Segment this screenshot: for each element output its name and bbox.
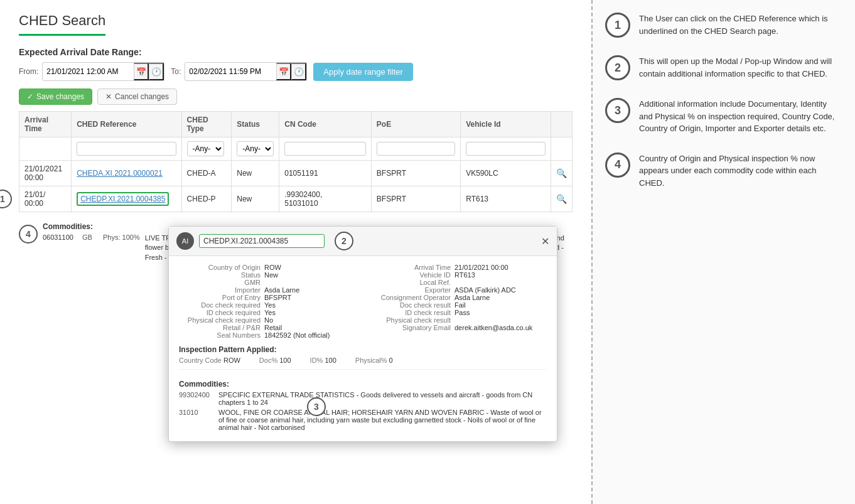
save-changes-button[interactable]: ✓ Save changes (19, 88, 92, 105)
row-search-button-1[interactable]: 🔍 (556, 168, 567, 178)
filter-cn-code (279, 137, 372, 161)
insp-doc-value: 100 (279, 357, 291, 364)
status-filter-select[interactable]: -Any- (237, 141, 274, 156)
times-icon: ✕ (105, 92, 112, 101)
filter-vehicle-id (461, 137, 551, 161)
cn-code-filter-input[interactable] (284, 142, 366, 156)
ched-ref-filter-input[interactable] (77, 142, 176, 156)
modal-id-req-label: ID check required (179, 309, 261, 316)
action-bar: ✓ Save changes ✕ Cancel changes (19, 88, 573, 105)
modal-doc-req-value: Yes (264, 301, 276, 309)
insp-phys: Physical% 0 (355, 357, 393, 364)
modal-exporter-label: Exporter (369, 286, 451, 294)
filter-arrival-time (19, 137, 72, 161)
cancel-changes-button[interactable]: ✕ Cancel changes (97, 88, 177, 105)
annotation-3-container: 3 (307, 397, 326, 416)
from-date-input[interactable] (43, 64, 134, 79)
modal-gmr-label: GMR (179, 279, 261, 286)
modal-consignment-value: Asda Larne (454, 294, 490, 301)
ched-ref-link-2[interactable]: CHEDP.XI.2021.0004385 (77, 192, 169, 206)
table-filter-row: -Any- -Any- (19, 137, 573, 161)
insp-id-value: 100 (325, 357, 336, 364)
modal-row-doc-req: Doc check required Yes (179, 301, 357, 309)
annotation-3-circle: 3 (307, 397, 326, 416)
filter-empty (551, 137, 572, 161)
instruction-item-1: 1 The User can click on the CHED Referen… (605, 13, 842, 38)
th-ched-type: CHED Type (181, 112, 232, 137)
th-poe: PoE (371, 112, 460, 137)
instruction-item-2: 2 This will open up the Modal / Pop-up W… (605, 55, 842, 80)
modal-seal-label: Seal Numbers (179, 331, 261, 339)
modal-row-id-result: ID check result Pass (369, 309, 547, 316)
modal-row-id-req: ID check required Yes (179, 309, 357, 316)
ched-type-filter-select[interactable]: -Any- (187, 141, 224, 156)
th-status: Status (232, 112, 279, 137)
commodity-code: 06031100 (43, 233, 77, 262)
date-range-section: Expected Arrival Date Range: From: 📅 🕐 T… (19, 47, 573, 81)
modal-ref-input[interactable] (199, 234, 325, 248)
modal-row-phys-result: Physical check result (369, 316, 547, 324)
cell-vehicle-id-1: VK590LC (461, 161, 551, 186)
cell-status-1: New (232, 161, 279, 186)
poe-filter-input[interactable] (377, 142, 455, 156)
table-row: 21/01/202100:00 CHEDA.XI.2021.0000021 CH… (19, 161, 573, 186)
th-actions (551, 112, 572, 137)
from-field-group: From: 📅 🕐 (19, 62, 164, 81)
modal-phys-req-label: Physical check required (179, 316, 261, 324)
checkmark-icon: ✓ (27, 92, 33, 101)
modal-row-exporter: Exporter ASDA (Falkirk) ADC (369, 286, 547, 294)
from-clock-icon[interactable]: 🕐 (149, 63, 164, 80)
modal-poe-value: BFSPRT (264, 294, 291, 301)
ched-ref-link-1[interactable]: CHEDA.XI.2021.0000021 (77, 169, 163, 178)
insp-doc-label: Doc% (259, 357, 277, 364)
insp-cc-value: ROW (223, 357, 240, 364)
cell-ched-type-1: CHED-A (181, 161, 232, 186)
to-date-input[interactable] (185, 64, 276, 79)
th-ched-reference: CHED Reference (72, 112, 181, 137)
th-cn-code: CN Code (279, 112, 372, 137)
cell-poe-2: BFSPRT (371, 186, 460, 212)
modal-phys-result-label: Physical check result (369, 316, 451, 324)
modal-commodity-row-2: 31010 WOOL, FINE OR COARSE ANIMAL HAIR; … (179, 409, 547, 431)
modal-country-label: Country of Origin (179, 264, 261, 271)
row-search-button-2[interactable]: 🔍 (556, 194, 567, 204)
inspection-pattern-title: Inspection Pattern Applied: (179, 345, 547, 354)
th-vehicle-id: Vehicle Id (461, 112, 551, 137)
modal-row-importer: Importer Asda Larne (179, 286, 357, 294)
cell-poe-1: BFSPRT (371, 161, 460, 186)
insp-cc-label: Country Code (179, 357, 222, 364)
modal-id-result-value: Pass (454, 309, 470, 316)
th-arrival-time: Arrival Time (19, 112, 72, 137)
modal-id-req-value: Yes (264, 309, 276, 316)
modal-body: Country of Origin ROW Status New GMR (169, 256, 557, 441)
modal-row-country: Country of Origin ROW (179, 264, 357, 271)
modal-row-signatory: Signatory Email derek.aitken@asda.co.uk (369, 324, 547, 331)
vehicle-id-filter-input[interactable] (466, 142, 546, 156)
cell-arrival-time-2: 1 21/01/00:00 (19, 186, 72, 212)
modal-row-consignment: Consignment Operator Asda Larne (369, 294, 547, 301)
modal-overlay: AI 2 ✕ Country of Origin ROW (168, 226, 557, 442)
to-clock-icon[interactable]: 🕐 (291, 63, 306, 80)
from-calendar-icon[interactable]: 📅 (134, 63, 149, 80)
modal-commodity-row-1: 99302400 SPECIFIC EXTERNAL TRADE STATIST… (179, 391, 547, 406)
modal-row-phys-req: Physical check required No (179, 316, 357, 324)
to-calendar-icon[interactable]: 📅 (276, 63, 291, 80)
modal-row-retail: Retail / P&R Retail (179, 324, 357, 331)
apply-date-range-button[interactable]: Apply date range filter (313, 63, 412, 81)
instruction-item-3: 3 Additional information include Documen… (605, 98, 842, 135)
cell-ched-ref-1: CHEDA.XI.2021.0000021 (72, 161, 181, 186)
modal-status-label: Status (179, 271, 261, 279)
modal-seal-value: 1842592 (Not official) (264, 331, 330, 339)
modal-exporter-value: ASDA (Falkirk) ADC (454, 286, 516, 294)
date-range-row: From: 📅 🕐 To: 📅 🕐 Apply date rang (19, 62, 573, 81)
modal-close-button[interactable]: ✕ (541, 235, 549, 247)
table-row: 1 21/01/00:00 CHEDP.XI.2021.0004385 CHED… (19, 186, 573, 212)
modal-status-value: New (264, 271, 278, 279)
modal-signatory-label: Signatory Email (369, 324, 451, 331)
from-input-wrapper: 📅 🕐 (42, 62, 164, 81)
cell-search-2: 🔍 (551, 186, 572, 212)
modal-commodity-code-1: 99302400 (179, 391, 213, 406)
instruction-circle-3: 3 (605, 98, 630, 123)
modal-id-result-label: ID check result (369, 309, 451, 316)
modal-phys-req-value: No (264, 316, 273, 324)
